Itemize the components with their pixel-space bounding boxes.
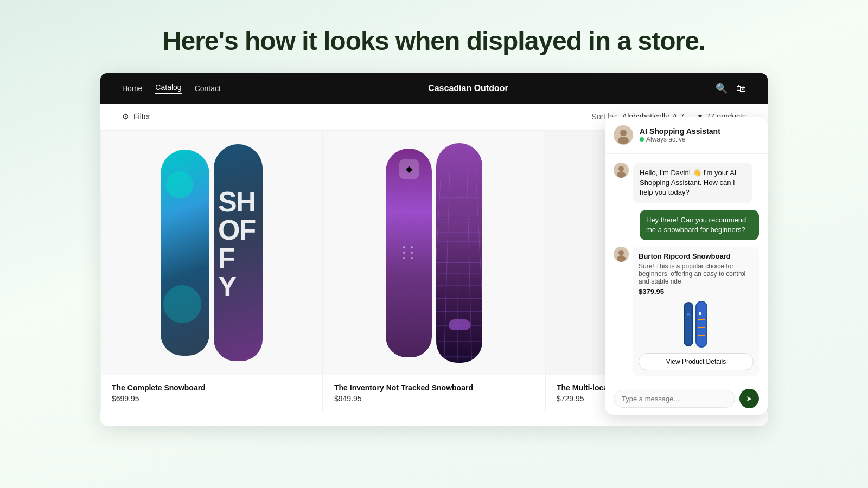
send-icon: ➤ [746,394,752,403]
rec-product-image: B B [639,300,754,349]
msg-agent-product: Burton Ripcord Snowboard Sure! This is a… [614,247,759,376]
snowboard-image-2: ◆ [386,131,482,375]
search-icon[interactable]: 🔍 [716,82,727,94]
chat-header: AI Shopping Assistant Always active [605,117,768,154]
svg-point-7 [618,250,624,255]
nav-icons: 🔍 🛍 [716,82,746,94]
page-heading: Here's how it looks when displayed in a … [141,0,727,73]
view-product-details-button[interactable]: View Product Details [639,353,754,370]
product-price-1: $699.95 [112,394,311,403]
snowboard-1-left [161,150,209,356]
filter-icon: ⚙ [122,112,129,121]
svg-rect-16 [698,327,705,328]
svg-rect-15 [698,319,705,320]
product-card-1[interactable]: SHOFFY The Complete Snowboard $699.95 [100,130,323,412]
product-info-2: The Inventory Not Tracked Snowboard $949… [323,375,545,412]
svg-rect-13 [697,302,706,346]
msg-bubble-user-1: Hey there! Can you recommend me a snowbo… [640,210,759,240]
filter-button[interactable]: ⚙ Filter [122,112,150,121]
store-mockup: Home Catalog Contact Cascadian Outdoor 🔍… [100,73,768,426]
nav-link-catalog[interactable]: Catalog [155,83,181,94]
rec-product-desc: Sure! This is a popular choice for begin… [639,262,754,285]
svg-rect-10 [685,303,692,345]
chat-widget: AI Shopping Assistant Always active [605,117,768,415]
msg-bubble-agent-1: Hello, I'm Davin! 👋 I'm your AI Shopping… [633,163,752,203]
snowboard-2-left: ◆ [386,149,432,357]
chat-status: Always active [640,136,759,143]
chat-input-area: ➤ [605,382,768,415]
svg-point-1 [620,130,627,136]
chat-messages: Hello, I'm Davin! 👋 I'm your AI Shopping… [605,154,768,382]
product-info-1: The Complete Snowboard $699.95 [101,375,322,412]
chat-send-button[interactable]: ➤ [739,389,759,408]
svg-point-2 [618,137,629,144]
snowboard-logo: ◆ [399,159,419,179]
snowboard-image-1: SHOFFY [161,131,263,375]
nav-link-contact[interactable]: Contact [195,84,221,93]
product-image-2: ◆ [323,131,545,375]
status-dot [640,137,644,142]
cart-icon[interactable]: 🛍 [736,83,746,94]
svg-point-4 [618,166,624,171]
page-wrapper: Here's how it looks when displayed in a … [0,0,868,488]
chat-agent-name: AI Shopping Assistant [640,127,759,136]
snowboard-grid-pattern [436,169,482,362]
svg-text:B: B [687,312,690,317]
nav-links: Home Catalog Contact [122,83,221,94]
snowboard-dots [403,246,415,259]
msg-agent-intro: Hello, I'm Davin! 👋 I'm your AI Shopping… [614,163,759,203]
svg-text:B: B [699,311,702,316]
msg-avatar-agent-2 [614,247,629,262]
chat-header-info: AI Shopping Assistant Always active [640,127,759,143]
msg-user-1: Hey there! Can you recommend me a snowbo… [614,210,759,240]
product-card-2[interactable]: ◆ The Inven [323,130,545,412]
rec-product-name: Burton Ripcord Snowboard [639,252,754,260]
svg-rect-17 [698,335,705,336]
store-title: Cascadian Outdoor [221,84,716,93]
snowboard-1-right: SHOFFY [214,144,263,361]
product-price-2: $949.95 [334,394,534,403]
nav-link-home[interactable]: Home [122,84,142,93]
snowboard-text: SHOFFY [218,188,255,300]
product-recommendation: Burton Ripcord Snowboard Sure! This is a… [633,247,759,376]
chat-status-text: Always active [646,136,686,143]
chat-agent-avatar [614,125,633,145]
store-nav: Home Catalog Contact Cascadian Outdoor 🔍… [100,73,768,104]
snowboard-base [449,319,470,330]
chat-input[interactable] [614,390,735,408]
product-name-2: The Inventory Not Tracked Snowboard [334,383,534,392]
msg-avatar-agent-1 [614,163,629,178]
product-image-1: SHOFFY [101,131,322,375]
snowboard-2-right [436,143,482,363]
rec-product-price: $379.95 [639,287,754,296]
product-name-1: The Complete Snowboard [112,383,311,392]
filter-label: Filter [133,112,150,121]
rec-snowboard-svg: B B [682,300,710,349]
svg-point-8 [617,255,626,262]
svg-point-5 [617,171,626,178]
